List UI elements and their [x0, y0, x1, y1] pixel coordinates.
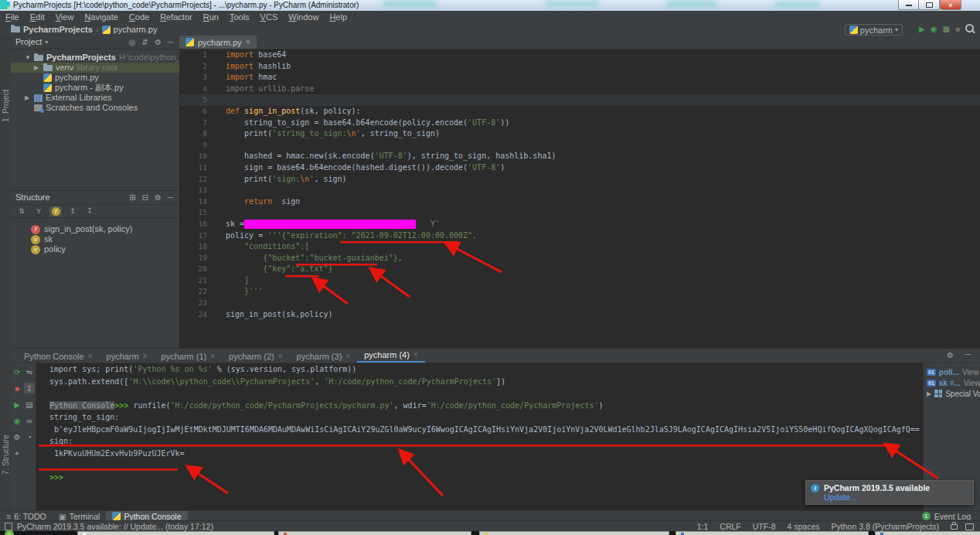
- console-tab-pycharm-4[interactable]: pycharm (4)×: [357, 348, 425, 363]
- status-widget-crlf[interactable]: CRLF: [720, 522, 740, 531]
- expand-with-icon[interactable]: ↥: [66, 206, 79, 216]
- console-tab-python-console[interactable]: Python Console×: [17, 349, 100, 363]
- menu-item-refactor[interactable]: Refactor: [155, 11, 198, 23]
- menu-item-edit[interactable]: Edit: [25, 11, 50, 23]
- maximize-button[interactable]: [918, 0, 940, 10]
- run-icon[interactable]: ▶: [12, 399, 22, 410]
- structure-item-sign-in-post-sk-policy[interactable]: fsign_in_post(sk, policy): [11, 224, 179, 234]
- console-output[interactable]: import sys; print('Python %s on %s' % (s…: [39, 363, 920, 511]
- debug-icon[interactable]: ◉: [931, 23, 937, 36]
- expand-arrow-icon[interactable]: ▶: [927, 390, 931, 397]
- console-tab-pycharm-2[interactable]: pycharm (2)×: [222, 349, 290, 363]
- locate-icon[interactable]: ◎: [129, 36, 136, 49]
- event-log-button[interactable]: 1 Event Log: [922, 512, 980, 521]
- collapse-with-icon[interactable]: ↧: [83, 206, 96, 216]
- collapse-all-icon[interactable]: ⊟: [142, 191, 148, 204]
- variable-row[interactable]: 01sk =...View: [924, 377, 980, 388]
- scroll-to-end-icon[interactable]: ↧: [24, 383, 35, 394]
- editor[interactable]: pycharm.py × 1import base642import hashl…: [179, 36, 980, 348]
- status-widget-utf-8[interactable]: UTF-8: [753, 522, 776, 531]
- taskbar-button[interactable]: [875, 531, 980, 535]
- hide-icon[interactable]: ─: [168, 36, 173, 49]
- taskbar-button[interactable]: [675, 531, 869, 535]
- settings-icon[interactable]: ⚙: [155, 36, 162, 49]
- tree-item-scratches-and-consoles[interactable]: Scratches and Consoles: [11, 103, 179, 113]
- expand-all-icon[interactable]: ⊞: [129, 191, 135, 204]
- menu-item-code[interactable]: Code: [124, 11, 155, 23]
- inspections-icon[interactable]: [965, 523, 974, 530]
- tree-item-pycharmprojects[interactable]: ▼PycharmProjects H:\code\python_code\Pyc…: [11, 53, 179, 63]
- status-message[interactable]: PyCharm 2019.3.5 available: // Update...…: [0, 522, 213, 531]
- structure-item-sk[interactable]: vsk: [11, 234, 179, 244]
- stop-icon[interactable]: ■: [12, 383, 22, 394]
- view-link[interactable]: View: [964, 379, 980, 387]
- soft-wrap-icon[interactable]: ⇋: [24, 366, 35, 377]
- menu-item-vcs[interactable]: VCS: [255, 11, 284, 23]
- rerun-icon[interactable]: ⟳: [12, 366, 22, 377]
- minimize-button[interactable]: [898, 0, 920, 10]
- menu-item-run[interactable]: Run: [198, 11, 224, 23]
- console-tab-pycharm-3[interactable]: pycharm (3)×: [290, 349, 358, 363]
- hide-icon[interactable]: ─: [965, 349, 971, 359]
- show-fields-icon[interactable]: f: [49, 206, 62, 216]
- history-icon[interactable]: ◔: [24, 431, 35, 442]
- collapse-all-icon[interactable]: ⇵: [142, 36, 148, 49]
- run-icon[interactable]: ▶: [919, 23, 925, 36]
- gear-icon[interactable]: ⚙: [947, 351, 954, 360]
- tree-item-venv[interactable]: ▶venv library root: [11, 63, 179, 73]
- code-area[interactable]: 1import base642import hashlib3import hma…: [179, 49, 980, 348]
- tree-item-external-libraries[interactable]: ▶External Libraries: [11, 93, 179, 103]
- tree-item-pycharm-py[interactable]: pycharm.py: [11, 73, 179, 83]
- close-icon[interactable]: ×: [143, 352, 148, 360]
- add-icon[interactable]: +: [12, 448, 22, 458]
- menu-item-window[interactable]: Window: [283, 11, 324, 23]
- view-link[interactable]: View: [962, 368, 979, 377]
- breadcrumb-item-pycharm-py[interactable]: pycharm.py: [102, 23, 158, 36]
- expand-arrow-icon[interactable]: ▶: [25, 93, 31, 103]
- menu-item-help[interactable]: Help: [324, 11, 352, 23]
- variable-row[interactable]: ▶Special Vari: [924, 388, 980, 399]
- taskbar-button[interactable]: [479, 531, 669, 535]
- menu-item-view[interactable]: View: [50, 11, 80, 23]
- lock-icon[interactable]: [951, 524, 958, 530]
- hide-icon[interactable]: ─: [168, 191, 173, 204]
- stop-icon[interactable]: ■: [955, 23, 960, 36]
- console-tab-pycharm[interactable]: pycharm×: [100, 349, 155, 363]
- start-button[interactable]: [5, 530, 14, 535]
- taskbar-button[interactable]: [77, 531, 274, 535]
- breadcrumb-item-pycharmprojects[interactable]: PycharmProjects: [11, 23, 93, 36]
- menu-item-tools[interactable]: Tools: [224, 11, 255, 23]
- close-icon[interactable]: ×: [210, 352, 215, 360]
- chevron-down-icon[interactable]: ▾: [45, 36, 48, 49]
- project-panel-header[interactable]: Project ▾ ◎⇵⚙─: [11, 36, 179, 49]
- expand-arrow-icon[interactable]: ▶: [34, 63, 40, 73]
- close-icon[interactable]: ×: [246, 38, 250, 46]
- expand-arrow-icon[interactable]: ▼: [25, 53, 31, 63]
- structure-item-policy[interactable]: vpolicy: [11, 244, 179, 254]
- tool-button-project[interactable]: 1: Project: [2, 90, 10, 122]
- sort-alpha-icon[interactable]: ⇅: [15, 206, 28, 216]
- variable-row[interactable]: 01poli...View: [924, 366, 980, 377]
- status-widget-python-3-8-pycharmprojects[interactable]: Python 3.8 (PycharmProjects): [832, 522, 939, 531]
- menu-item-file[interactable]: File: [0, 11, 25, 23]
- console-tab-pycharm-1[interactable]: pycharm (1)×: [155, 349, 223, 363]
- run-configuration-select[interactable]: pycharm ▾: [845, 24, 903, 36]
- show-variables-icon[interactable]: ∞: [24, 415, 35, 426]
- taskbar-button[interactable]: [278, 531, 471, 535]
- close-icon[interactable]: ×: [88, 352, 93, 360]
- debug-icon[interactable]: ◉: [12, 415, 22, 426]
- update-link[interactable]: Update...: [824, 492, 968, 502]
- close-icon[interactable]: ×: [413, 350, 418, 359]
- tree-item-pycharm-py[interactable]: pycharm - 副本.py: [11, 83, 179, 93]
- close-icon[interactable]: ×: [345, 352, 350, 360]
- editor-tab-pycharm-py[interactable]: pycharm.py ×: [179, 36, 257, 49]
- show-inherited-icon[interactable]: Y: [32, 206, 45, 216]
- settings-icon[interactable]: ⚙: [12, 431, 22, 442]
- status-widget-1-1[interactable]: 1:1: [697, 522, 709, 531]
- tool-button-structure[interactable]: 7: Structure: [2, 434, 10, 475]
- status-widget-4-spaces[interactable]: 4 spaces: [788, 522, 820, 531]
- structure-panel-header[interactable]: Structure ⊞⊟⚙─: [11, 191, 179, 205]
- settings-icon[interactable]: ⚙: [155, 191, 162, 204]
- close-icon[interactable]: ×: [278, 352, 283, 360]
- update-notification[interactable]: i PyCharm 2019.3.5 available Update...: [805, 480, 974, 505]
